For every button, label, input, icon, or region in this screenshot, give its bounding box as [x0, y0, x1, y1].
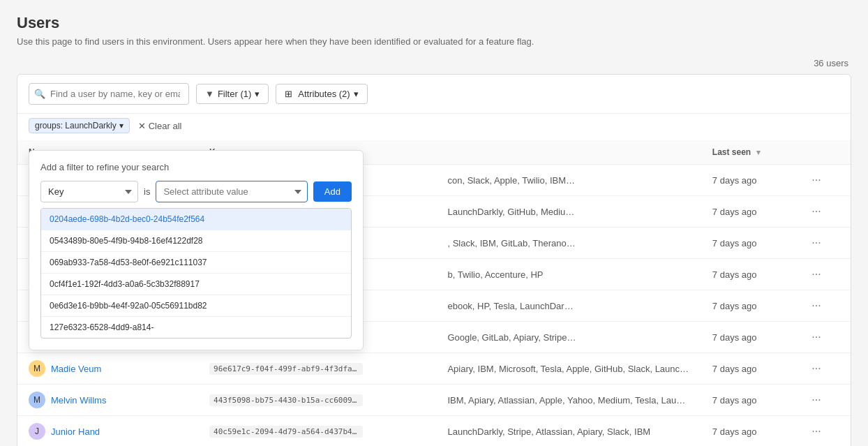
user-last-seen-cell: 7 days ago [701, 416, 796, 447]
attributes-label: Attributes (2) [298, 89, 350, 99]
user-more-cell: ··· [796, 416, 851, 447]
clear-all-x-icon: ✕ [138, 121, 146, 131]
user-more-button[interactable]: ··· [807, 235, 825, 251]
user-last-seen-cell: 7 days ago [701, 385, 796, 416]
filter-value-wrap [156, 181, 307, 202]
filter-dropdown: Add a filter to refine your search Key i… [29, 150, 364, 350]
user-more-cell: ··· [796, 196, 851, 228]
filter-value-item[interactable]: 127e6323-6528-4dd9-a814- [41, 317, 351, 338]
user-more-cell: ··· [796, 290, 851, 322]
user-more-cell: ··· [796, 353, 851, 385]
user-more-cell: ··· [796, 259, 851, 290]
user-name-link[interactable]: Madie Veum [51, 364, 101, 374]
user-name-link[interactable]: Junior Hand [51, 426, 100, 437]
user-more-cell: ··· [796, 322, 851, 353]
filter-value-item[interactable]: 0e6d3e16-b9bb-4e4f-92a0-05c56911bd82 [41, 295, 351, 317]
filter-row: Key is Add [40, 181, 352, 202]
table-row: JJunior Hand40c59e1c-2094-4d79-a564-d437… [17, 416, 851, 447]
user-key-cell: 96e617c9-f04f-499f-abf9-4f3dfa6e9f04 [198, 353, 436, 385]
user-more-button[interactable]: ··· [807, 361, 825, 376]
filter-add-button[interactable]: Add [313, 181, 352, 202]
user-key-badge: 40c59e1c-2094-4d79-a564-d437b44b7fd5 [209, 426, 363, 438]
clear-all-label: Clear all [149, 121, 182, 131]
col-last-seen: Last seen ▾ [701, 140, 796, 165]
user-key-cell: 40c59e1c-2094-4d79-a564-d437b44b7fd5 [198, 416, 436, 447]
page-title: Users [17, 14, 851, 32]
filter-value-item[interactable]: 0cf4f1e1-192f-4dd3-a0a6-5c3b32f88917 [41, 274, 351, 295]
tag-chevron-icon: ▾ [119, 121, 124, 131]
search-input[interactable] [29, 83, 189, 105]
user-count: 36 users [17, 58, 851, 68]
user-tags-cell: LaunchDarkly, Stripe, Atlassian, Apiary,… [436, 416, 701, 447]
filter-button[interactable]: ▼ Filter (1) [196, 84, 269, 104]
attributes-grid-icon [285, 89, 294, 99]
filter-label: Filter (1) [218, 89, 251, 99]
avatar: M [29, 360, 45, 377]
filter-dropdown-title: Add a filter to refine your search [40, 162, 352, 172]
user-more-cell: ··· [796, 228, 851, 259]
page-subtitle: Use this page to find users in this envi… [17, 36, 851, 47]
avatar: M [29, 392, 45, 408]
user-more-button[interactable]: ··· [807, 424, 825, 439]
user-more-button[interactable]: ··· [807, 392, 825, 408]
main-card: 🔍 ▼ Filter (1) Attributes (2) groups: La… [17, 74, 851, 446]
user-last-seen-cell: 7 days ago [701, 196, 796, 228]
user-tags-cell: b, Twilio, Accenture, HP [436, 259, 701, 290]
user-more-button[interactable]: ··· [807, 204, 825, 219]
user-last-seen-cell: 7 days ago [701, 353, 796, 385]
attributes-chevron-icon [354, 89, 359, 99]
filter-tags-row: groups: LaunchDarkly ▾ ✕ Clear all [17, 114, 851, 140]
filter-key-select[interactable]: Key [40, 181, 138, 202]
user-more-button[interactable]: ··· [807, 329, 825, 345]
user-key-badge: 96e617c9-f04f-499f-abf9-4f3dfa6e9f04 [209, 363, 363, 375]
user-tags-cell: Apiary, IBM, Microsoft, Tesla, Apple, Gi… [436, 353, 701, 385]
user-name-cell: MMelvin Willms [17, 385, 198, 416]
user-tags-cell: Google, GitLab, Apiary, Stripe… [436, 322, 701, 353]
user-more-button[interactable]: ··· [807, 298, 825, 313]
col-actions [796, 140, 851, 165]
user-name-cell: MMadie Veum [17, 353, 198, 385]
filter-tag-groups[interactable]: groups: LaunchDarkly ▾ [29, 118, 130, 133]
user-key-cell: 443f5098-bb75-4430-b15a-cc6009c79f83 [198, 385, 436, 416]
user-tags-cell: con, Slack, Apple, Twilio, IBM… [436, 165, 701, 196]
user-tags-cell: ebook, HP, Tesla, LaunchDar… [436, 290, 701, 322]
attributes-button[interactable]: Attributes (2) [276, 84, 367, 104]
avatar: J [29, 423, 45, 440]
table-row: MMelvin Willms443f5098-bb75-4430-b15a-cc… [17, 385, 851, 416]
user-more-button[interactable]: ··· [807, 267, 825, 282]
user-last-seen-cell: 7 days ago [701, 165, 796, 196]
filter-value-list: 0204aede-698b-4b2d-bec0-24b54fe2f5640543… [40, 208, 352, 339]
user-more-button[interactable]: ··· [807, 172, 825, 188]
filter-value-item[interactable]: 0204aede-698b-4b2d-bec0-24b54fe2f564 [41, 209, 351, 230]
user-key-badge: 443f5098-bb75-4430-b15a-cc6009c79f83 [209, 394, 363, 406]
clear-all-button[interactable]: ✕ Clear all [135, 119, 185, 133]
user-more-cell: ··· [796, 165, 851, 196]
filter-value-input[interactable] [156, 181, 307, 202]
tag-label: groups: LaunchDarkly [35, 121, 117, 131]
user-last-seen-cell: 7 days ago [701, 259, 796, 290]
user-last-seen-cell: 7 days ago [701, 290, 796, 322]
user-more-cell: ··· [796, 385, 851, 416]
table-row: MMadie Veum96e617c9-f04f-499f-abf9-4f3df… [17, 353, 851, 385]
filter-value-item[interactable]: 069ab933-7a58-4d53-8e0f-6e921c111037 [41, 252, 351, 274]
sort-icon: ▾ [756, 148, 761, 156]
search-input-wrap: 🔍 [29, 83, 189, 105]
filter-is-label: is [144, 186, 150, 197]
user-name-link[interactable]: Melvin Willms [51, 395, 106, 406]
user-last-seen-cell: 7 days ago [701, 228, 796, 259]
filter-icon: ▼ [205, 89, 214, 99]
user-tags-cell: , Slack, IBM, GitLab, Therano… [436, 228, 701, 259]
toolbar: 🔍 ▼ Filter (1) Attributes (2) [17, 75, 851, 114]
user-name-cell: JJunior Hand [17, 416, 198, 447]
filter-chevron-icon [255, 89, 260, 99]
col-tags [436, 140, 701, 165]
filter-value-item[interactable]: 0543489b-80e5-4f9b-94b8-16ef4122df28 [41, 230, 351, 252]
user-tags-cell: LaunchDarkly, GitHub, Mediu… [436, 196, 701, 228]
search-icon: 🔍 [34, 89, 45, 99]
user-last-seen-cell: 7 days ago [701, 322, 796, 353]
user-tags-cell: IBM, Apiary, Atlassian, Apple, Yahoo, Me… [436, 385, 701, 416]
